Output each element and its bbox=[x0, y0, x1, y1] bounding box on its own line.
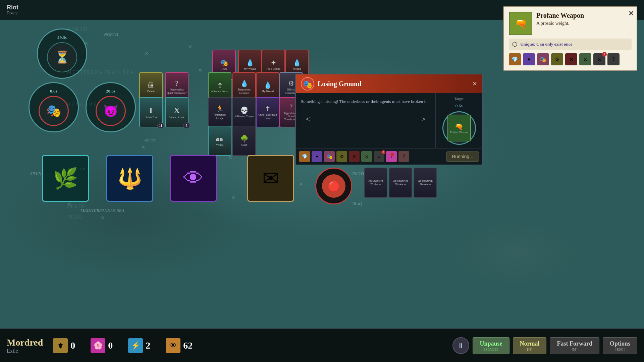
map-marker: ✕ bbox=[101, 215, 105, 221]
lg-icon-6[interactable]: ⚔ bbox=[361, 151, 372, 162]
tooltip-panel-profane-weapon: ✕ 🔫 Profane Weapon A prosaic weight. ⬡ U… bbox=[503, 6, 637, 71]
lg-icon-3[interactable]: 🎭 bbox=[324, 151, 335, 162]
card-grief[interactable]: 🌳 Grief bbox=[232, 126, 256, 156]
losing-ground-panel: 🎭 Losing Ground ✕ Something's missing! T… bbox=[295, 74, 483, 165]
card-human-corpse[interactable]: 💀 A Human Corpse bbox=[232, 97, 256, 127]
card-unknown-weakness-1[interactable]: An Unknown Weakness bbox=[364, 168, 387, 198]
tooltip-icons-row: 💎 ♦ 🎭 ⚙ ✕ ⚔ ⚔2 ? bbox=[509, 53, 632, 65]
normal-button[interactable]: Normal [N] bbox=[513, 337, 547, 354]
normal-key: [N] bbox=[527, 347, 532, 351]
pause-icon-button[interactable]: ⏸ bbox=[452, 337, 469, 354]
stat-icon-4: 👁 bbox=[166, 338, 180, 353]
stat-icon-3: ⚡ bbox=[128, 338, 143, 353]
stat-value-4: 62 bbox=[183, 340, 193, 351]
floor-card-4[interactable]: ✉ bbox=[247, 155, 294, 202]
ff-label: Fast Forward bbox=[557, 340, 592, 347]
losing-ground-running-button[interactable]: Running... bbox=[446, 152, 479, 162]
map-marker: ✕ bbox=[198, 67, 202, 73]
tp-icon-7[interactable]: ⚔2 bbox=[593, 53, 605, 65]
card-unknown-weakness-2[interactable]: An Unknown Weakness bbox=[389, 168, 412, 198]
options-label: Options bbox=[610, 340, 630, 347]
timer-1-value: 29.3s bbox=[57, 35, 67, 40]
card-venice[interactable]: 🏘 Venice bbox=[208, 126, 231, 156]
unique-icon: ⬡ bbox=[512, 41, 518, 48]
map-label-spain: SPAIN bbox=[30, 171, 42, 176]
tp-icon-3[interactable]: 🎭 bbox=[537, 53, 549, 65]
map-label-med: MEDITERRANEAN SEA bbox=[80, 208, 124, 213]
card-temptation-escape[interactable]: 🏃 Temptation: Escape bbox=[208, 97, 231, 127]
stat-value-2: 0 bbox=[108, 340, 118, 351]
losing-ground-text-area: Something's missing! The underboss or th… bbox=[296, 93, 435, 148]
floor-card-2[interactable]: 🔱 bbox=[106, 155, 153, 202]
timer-2-icon: 🎭 bbox=[39, 96, 69, 126]
floor-card-1[interactable]: 🌿 bbox=[42, 155, 89, 202]
options-button[interactable]: Options [ESC] bbox=[603, 337, 637, 354]
lg-icon-2[interactable]: ♦ bbox=[312, 151, 322, 162]
timer-2-value: 0.6s bbox=[50, 88, 57, 94]
tooltip-item-image: 🔫 bbox=[509, 12, 532, 35]
lg-icon-5[interactable]: ✕ bbox=[349, 151, 360, 162]
tooltip-text-block: Profane Weapon A prosaic weight. bbox=[536, 12, 584, 26]
timer-circle-3[interactable]: 20.6s 😈 bbox=[86, 82, 136, 132]
lg-icon-8[interactable]: ? bbox=[386, 151, 397, 162]
map-label-iraq: IRAQ bbox=[352, 201, 362, 206]
timer-circle-2[interactable]: 0.6s 🎭 bbox=[29, 82, 79, 132]
logo-line1: Riot bbox=[7, 4, 18, 11]
unique-text: Unique: Can only exist once bbox=[520, 42, 572, 47]
stat-group-2: 🌸 0 bbox=[91, 338, 118, 353]
card-unknown-weakness-3[interactable]: An Unknown Weakness bbox=[414, 168, 437, 198]
map-marker: ✕ bbox=[299, 181, 303, 187]
tooltip-description: A prosaic weight. bbox=[536, 21, 584, 26]
losing-ground-icon-row: 💎 ♦ 🎭 ⚙ ✕ ⚔ ⚔2 ? ? bbox=[299, 151, 409, 162]
losing-ground-next-button[interactable]: > bbox=[421, 115, 425, 123]
card-curio-bohemian[interactable]: ✝ Curio: Bohemian Saint bbox=[256, 97, 279, 127]
lg-portrait: 🎭 bbox=[301, 77, 314, 90]
losing-ground-bottom: 💎 ♦ 🎭 ⚙ ✕ ⚔ ⚔2 ? ? Running... bbox=[296, 148, 482, 165]
fast-forward-button[interactable]: Fast Forward [M] bbox=[550, 337, 599, 354]
tp-icon-2[interactable]: ♦ bbox=[523, 53, 535, 65]
tp-icon-6[interactable]: ⚔ bbox=[579, 53, 591, 65]
stat-icon-1: 🗡 bbox=[53, 338, 68, 353]
lg-icon-1[interactable]: 💎 bbox=[299, 151, 310, 162]
player-name: Mordred bbox=[7, 337, 43, 348]
card-stolen-year[interactable]: I Stolen Year 11 bbox=[139, 97, 163, 127]
stat-value-1: 0 bbox=[70, 340, 80, 351]
stat-group-3: ⚡ 2 bbox=[128, 338, 156, 353]
bottom-buttons: ⏸ Unpause [SPACE] Normal [N] Fast Forwar… bbox=[452, 337, 637, 354]
tp-icon-4[interactable]: ⚙ bbox=[551, 53, 563, 65]
timer-3-value: 20.6s bbox=[106, 88, 115, 94]
losing-ground-body: Something's missing! The underboss or th… bbox=[296, 93, 482, 148]
lg-icon-9[interactable]: ? bbox=[398, 151, 409, 162]
unpause-button[interactable]: Unpause [SPACE] bbox=[473, 337, 509, 354]
losing-ground-target-area: Target 0.6s 🔫 Profane Weapon bbox=[435, 93, 482, 148]
tooltip-title: Profane Weapon bbox=[536, 12, 584, 19]
map-marker: ✕ bbox=[141, 144, 145, 150]
tp-icon-5[interactable]: ✕ bbox=[565, 53, 577, 65]
lg-icon-4[interactable]: ⚙ bbox=[336, 151, 347, 162]
card-stolen-decade[interactable]: X Stolen Decade 5 bbox=[165, 97, 189, 127]
unpause-label: Unpause bbox=[480, 340, 502, 347]
losing-ground-prev-button[interactable]: < bbox=[306, 115, 310, 123]
stat-value-3: 2 bbox=[146, 340, 156, 351]
map-marker: ✕ bbox=[144, 50, 149, 57]
unpause-key: [SPACE] bbox=[484, 347, 498, 351]
lg-icon-7[interactable]: ⚔2 bbox=[374, 151, 384, 162]
map-marker: ✕ bbox=[67, 114, 71, 120]
unknown-weakness-group: An Unknown Weakness An Unknown Weakness … bbox=[364, 168, 437, 198]
map-marker: ✕ bbox=[231, 194, 236, 201]
map-marker: ✕ bbox=[84, 40, 88, 47]
losing-ground-target-card[interactable]: 🔫 Profane Weapon bbox=[447, 115, 471, 141]
tp-icon-8[interactable]: ? bbox=[607, 53, 620, 65]
tooltip-close-button[interactable]: ✕ bbox=[628, 9, 634, 17]
tp-icon-1[interactable]: 💎 bbox=[509, 53, 521, 65]
device-circle[interactable]: 🔴 bbox=[315, 168, 352, 204]
floor-card-3[interactable]: 👁 bbox=[170, 155, 217, 202]
tooltip-unique-badge: ⬡ Unique: Can only exist once bbox=[509, 39, 632, 50]
map-marker: ✕ bbox=[188, 44, 192, 50]
losing-ground-header: 🎭 Losing Ground ✕ bbox=[296, 74, 482, 93]
losing-ground-nav: < > bbox=[301, 112, 430, 126]
stat-group-1: 🗡 0 bbox=[53, 338, 80, 353]
losing-ground-target-timer: 0.6s bbox=[455, 103, 463, 109]
losing-ground-target-label: Target bbox=[454, 97, 464, 101]
losing-ground-close-button[interactable]: ✕ bbox=[472, 80, 477, 87]
